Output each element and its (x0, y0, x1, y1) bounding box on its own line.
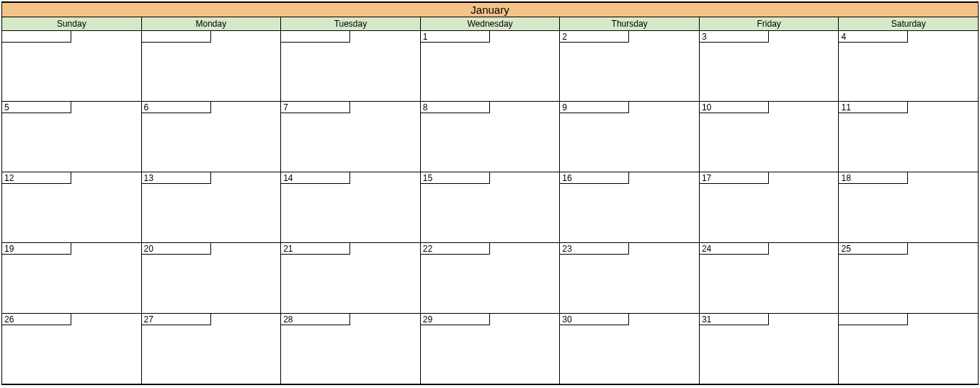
day-cell[interactable]: 26 (2, 314, 142, 384)
day-cell[interactable]: 19 (2, 243, 142, 314)
day-cell[interactable]: 3 (700, 31, 839, 102)
day-cell[interactable]: 23 (560, 243, 700, 314)
date-number: 3 (700, 31, 769, 43)
date-number (839, 314, 908, 325)
date-number: 13 (142, 172, 211, 184)
date-number: 15 (421, 172, 490, 184)
date-number: 29 (421, 314, 490, 325)
day-cell[interactable]: 5 (2, 102, 142, 172)
day-cell[interactable]: 8 (421, 102, 561, 172)
date-number: 28 (281, 314, 350, 325)
date-number: 2 (560, 31, 629, 43)
day-cell[interactable]: 25 (839, 243, 978, 314)
day-cell[interactable]: 28 (281, 314, 421, 384)
weekday-monday: Monday (142, 17, 282, 31)
date-number: 10 (700, 102, 769, 113)
week-row: 5 6 7 8 9 10 11 (2, 102, 978, 172)
day-cell[interactable] (2, 31, 142, 102)
date-number (2, 31, 71, 43)
day-cell[interactable]: 21 (281, 243, 421, 314)
day-cell[interactable] (839, 314, 978, 384)
day-cell[interactable]: 9 (560, 102, 700, 172)
date-number: 7 (281, 102, 350, 113)
date-number: 31 (700, 314, 769, 325)
day-cell[interactable]: 13 (142, 172, 282, 243)
date-number: 9 (560, 102, 629, 113)
date-number (142, 31, 211, 43)
day-cell[interactable]: 24 (700, 243, 839, 314)
date-number: 8 (421, 102, 490, 113)
weekday-thursday: Thursday (560, 17, 700, 31)
day-cell[interactable]: 10 (700, 102, 839, 172)
date-number: 24 (700, 243, 769, 255)
week-row: 1 2 3 4 (2, 31, 978, 102)
day-cell[interactable]: 6 (142, 102, 282, 172)
day-cell[interactable]: 22 (421, 243, 561, 314)
day-cell[interactable]: 1 (421, 31, 561, 102)
day-cell[interactable]: 27 (142, 314, 282, 384)
date-number: 27 (142, 314, 211, 325)
day-cell[interactable]: 31 (700, 314, 839, 384)
date-number: 22 (421, 243, 490, 255)
date-number: 5 (2, 102, 71, 113)
day-cell[interactable]: 17 (700, 172, 839, 243)
day-cell[interactable]: 29 (421, 314, 561, 384)
day-cell[interactable]: 30 (560, 314, 700, 384)
weekday-row: Sunday Monday Tuesday Wednesday Thursday… (2, 17, 978, 31)
date-number: 16 (560, 172, 629, 184)
date-number (281, 31, 350, 43)
date-number: 20 (142, 243, 211, 255)
weekday-friday: Friday (700, 17, 839, 31)
week-row: 19 20 21 22 23 24 25 (2, 243, 978, 314)
weekday-wednesday: Wednesday (421, 17, 561, 31)
day-cell[interactable]: 4 (839, 31, 978, 102)
weekday-tuesday: Tuesday (281, 17, 421, 31)
day-cell[interactable]: 18 (839, 172, 978, 243)
date-number: 23 (560, 243, 629, 255)
calendar-grid: 1 2 3 4 5 6 7 8 9 10 11 12 13 14 15 16 1… (2, 31, 978, 384)
day-cell[interactable]: 20 (142, 243, 282, 314)
week-row: 12 13 14 15 16 17 18 (2, 172, 978, 243)
weekday-saturday: Saturday (839, 17, 978, 31)
day-cell[interactable]: 15 (421, 172, 561, 243)
date-number: 26 (2, 314, 71, 325)
date-number: 30 (560, 314, 629, 325)
date-number: 4 (839, 31, 908, 43)
day-cell[interactable]: 12 (2, 172, 142, 243)
date-number: 18 (839, 172, 908, 184)
day-cell[interactable] (281, 31, 421, 102)
date-number: 19 (2, 243, 71, 255)
day-cell[interactable]: 11 (839, 102, 978, 172)
calendar: January Sunday Monday Tuesday Wednesday … (1, 1, 979, 385)
date-number: 14 (281, 172, 350, 184)
month-header: January (2, 2, 978, 17)
day-cell[interactable]: 7 (281, 102, 421, 172)
date-number: 11 (839, 102, 908, 113)
date-number: 6 (142, 102, 211, 113)
date-number: 25 (839, 243, 908, 255)
week-row: 26 27 28 29 30 31 (2, 314, 978, 384)
day-cell[interactable]: 2 (560, 31, 700, 102)
date-number: 21 (281, 243, 350, 255)
weekday-sunday: Sunday (2, 17, 142, 31)
day-cell[interactable]: 16 (560, 172, 700, 243)
date-number: 1 (421, 31, 490, 43)
day-cell[interactable]: 14 (281, 172, 421, 243)
date-number: 12 (2, 172, 71, 184)
date-number: 17 (700, 172, 769, 184)
day-cell[interactable] (142, 31, 282, 102)
